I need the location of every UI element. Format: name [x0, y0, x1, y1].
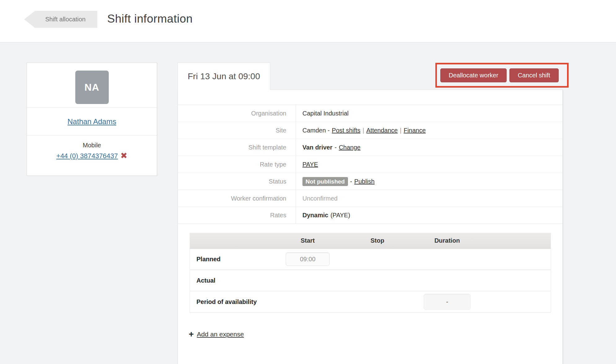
rates-suffix: (PAYE) [330, 212, 350, 219]
shift-template-label: Shift template [178, 139, 296, 156]
back-button-shift-allocation[interactable]: Shift allocation [24, 11, 97, 28]
column-header-duration: Duration [413, 237, 481, 244]
rate-type-label: Rate type [178, 156, 296, 173]
period-of-availability-value-box[interactable]: - [424, 294, 471, 310]
annotation-highlight-box: Deallocate worker Cancel shift [435, 63, 569, 88]
worker-card: NA Nathan Adams Mobile +44 (0) 387437643… [27, 63, 157, 176]
detail-row-worker-confirmation: Worker confirmation Unconfirmed [178, 190, 562, 207]
tab-shift-date[interactable]: Fri 13 Jun at 09:00 [178, 63, 270, 90]
organisation-label: Organisation [178, 105, 296, 122]
change-template-link[interactable]: Change [339, 144, 360, 151]
actual-row-label: Actual [190, 277, 274, 284]
planned-start-time-input[interactable] [286, 252, 330, 266]
site-label: Site [178, 122, 296, 139]
table-row-actual: Actual [190, 270, 551, 292]
status-badge: Not published [302, 177, 348, 186]
worker-confirmation-label: Worker confirmation [178, 190, 296, 207]
add-expense-link[interactable]: + Add an expense [189, 330, 244, 339]
times-table-header: Start Stop Duration [190, 233, 551, 249]
shift-information-panel: Organisation Capital Industrial Site Cam… [178, 89, 563, 364]
phone-number-link[interactable]: +44 (0) 3874376437 [56, 152, 118, 160]
table-row-planned: Planned [190, 249, 551, 270]
worker-name-section: Nathan Adams [27, 107, 157, 135]
dash-separator: - [350, 178, 352, 185]
organisation-value: Capital Industrial [302, 110, 349, 117]
deallocate-worker-button[interactable]: Deallocate worker [440, 68, 507, 82]
detail-row-site: Site Camden - Post shifts | Attendance |… [178, 122, 562, 139]
cancel-shift-button[interactable]: Cancel shift [509, 68, 559, 82]
detail-row-status: Status Not published - Publish [178, 173, 562, 190]
column-header-start: Start [274, 237, 342, 244]
publish-link[interactable]: Publish [354, 178, 375, 185]
table-row-period-of-availability: Period of availability - [190, 292, 551, 313]
status-label: Status [178, 173, 296, 190]
avatar: NA [75, 71, 109, 104]
period-of-availability-row-label: Period of availability [190, 298, 274, 306]
worker-name-link[interactable]: Nathan Adams [68, 117, 116, 126]
top-header-bar: Shift allocation Shift information [0, 0, 616, 42]
link-separator: | [363, 127, 364, 134]
site-value-prefix: Camden - [302, 127, 330, 134]
detail-row-organisation: Organisation Capital Industrial [178, 105, 562, 122]
site-post-shifts-link[interactable]: Post shifts [332, 127, 360, 134]
plus-icon: + [189, 330, 194, 339]
dash-separator: - [335, 144, 337, 151]
rates-value: Dynamic [302, 212, 328, 219]
remove-phone-icon[interactable]: ✖ [121, 152, 128, 160]
column-header-stop: Stop [342, 237, 413, 244]
detail-row-rates: Rates Dynamic (PAYE) [178, 207, 562, 224]
phone-row: +44 (0) 3874376437 ✖ [56, 152, 127, 160]
back-button-label: Shift allocation [45, 16, 86, 23]
page-content: NA Nathan Adams Mobile +44 (0) 387437643… [0, 42, 616, 364]
rates-label: Rates [178, 207, 296, 223]
site-finance-link[interactable]: Finance [404, 127, 426, 134]
page-title: Shift information [107, 12, 193, 25]
add-expense-label: Add an expense [197, 331, 244, 338]
planned-row-label: Planned [190, 256, 274, 263]
detail-row-shift-template: Shift template Van driver - Change [178, 139, 562, 156]
rate-type-paye-link[interactable]: PAYE [302, 161, 318, 168]
link-separator: | [400, 127, 401, 134]
detail-row-rate-type: Rate type PAYE [178, 156, 562, 173]
shift-times-table: Start Stop Duration Planned Actual [190, 233, 551, 313]
worker-contact-section: Mobile +44 (0) 3874376437 ✖ [27, 135, 157, 176]
phone-label: Mobile [83, 142, 101, 149]
site-attendance-link[interactable]: Attendance [366, 127, 398, 134]
shift-details-list: Organisation Capital Industrial Site Cam… [178, 105, 562, 224]
shift-template-value: Van driver [302, 144, 332, 151]
worker-avatar-section: NA [27, 63, 157, 107]
worker-confirmation-value: Unconfirmed [302, 195, 337, 202]
